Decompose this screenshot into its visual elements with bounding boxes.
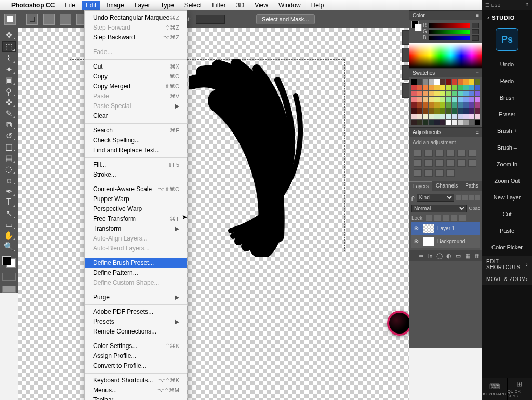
swatch[interactable] xyxy=(423,85,428,90)
swatch[interactable] xyxy=(434,85,440,90)
swatch[interactable] xyxy=(434,108,440,113)
visibility-icon[interactable]: 👁 xyxy=(414,239,420,244)
eraser-tool[interactable]: ◫ xyxy=(2,142,16,152)
swatch[interactable] xyxy=(423,91,428,96)
screen-mode-full-icon[interactable] xyxy=(2,286,16,293)
layer-row[interactable]: 👁Background xyxy=(411,235,480,248)
swatch[interactable] xyxy=(463,91,469,96)
swatch[interactable] xyxy=(440,85,445,90)
menu-item-clear[interactable]: Clear xyxy=(85,111,187,121)
swatch[interactable] xyxy=(475,114,480,119)
swatch[interactable] xyxy=(411,102,417,108)
swatch[interactable] xyxy=(429,79,434,85)
menu-item-search[interactable]: Search⌘F xyxy=(85,126,187,136)
menu-item-copy-merged[interactable]: Copy Merged⇧⌘C xyxy=(85,82,187,91)
swatch[interactable] xyxy=(469,120,474,125)
menu-item-puppet-warp[interactable]: Puppet Warp xyxy=(85,194,187,204)
adjustment-icon[interactable] xyxy=(457,159,466,167)
swatch[interactable] xyxy=(458,85,463,90)
move-zoom-section[interactable]: MOVE & ZOOM› xyxy=(482,273,532,285)
kind-filter-select[interactable]: Kind xyxy=(417,194,454,202)
studio-zoom-out[interactable]: Zoom Out xyxy=(482,172,532,189)
studio-zoom-in[interactable]: Zoom In xyxy=(482,156,532,172)
selection-add-icon[interactable] xyxy=(43,14,55,25)
move-tool[interactable]: ✥ xyxy=(2,30,16,40)
color-spectrum[interactable] xyxy=(409,43,482,68)
menu-item-toolbar[interactable]: Toolbar... xyxy=(85,395,187,400)
swatch[interactable] xyxy=(411,79,417,85)
swatch[interactable] xyxy=(458,91,463,96)
swatch[interactable] xyxy=(446,79,451,85)
swatch[interactable] xyxy=(446,120,451,125)
swatch[interactable] xyxy=(446,114,451,119)
swatch[interactable] xyxy=(440,120,445,125)
r-slider[interactable] xyxy=(429,23,470,28)
studio-brush[interactable]: Brush xyxy=(482,89,532,106)
new-layer-icon[interactable]: ▦ xyxy=(464,252,471,259)
swatch[interactable] xyxy=(452,85,457,90)
b-value[interactable] xyxy=(472,35,479,41)
swatches-panel-header[interactable]: Swatches ≡ xyxy=(409,68,482,77)
menu-item-free-transform[interactable]: Free Transform⌘T xyxy=(85,214,187,224)
tray-icon[interactable] xyxy=(402,48,409,62)
lock-icon[interactable] xyxy=(459,215,466,221)
filter-icon[interactable] xyxy=(462,195,468,200)
marquee-mode-icon[interactable] xyxy=(4,14,16,25)
menu-item-keyboard-shortcuts[interactable]: Keyboard Shortcuts...⌥⇧⌘K xyxy=(85,376,187,385)
menu-item-content-aware-scale[interactable]: Content-Aware Scale⌥⇧⌘C xyxy=(85,184,187,194)
adjustment-icon[interactable] xyxy=(424,169,433,177)
menu-item-adobe-pdf-presets[interactable]: Adobe PDF Presets... xyxy=(85,307,187,317)
adjustments-panel-header[interactable]: Adjustments ≡ xyxy=(409,127,482,137)
menu-item-presets[interactable]: Presets▶ xyxy=(85,317,187,327)
swatch[interactable] xyxy=(452,102,457,108)
select-and-mask-button[interactable]: Select and Mask... xyxy=(256,14,315,24)
gradient-tool[interactable]: ▤ xyxy=(2,153,16,163)
keyboard-tab[interactable]: ⌨KEYBOARD xyxy=(482,378,508,400)
magic-wand-tool[interactable]: ✦ xyxy=(2,64,16,74)
g-value[interactable] xyxy=(472,29,479,34)
swatch[interactable] xyxy=(434,91,440,96)
swatch[interactable] xyxy=(469,97,474,102)
menu-item-define-brush-preset[interactable]: Define Brush Preset... xyxy=(85,258,187,268)
menu-item-stroke[interactable]: Stroke... xyxy=(85,170,187,180)
studio-undo[interactable]: Undo xyxy=(482,56,532,73)
swatch[interactable] xyxy=(411,120,417,125)
panel-menu-icon[interactable]: ≡ xyxy=(476,129,479,135)
foreground-color[interactable] xyxy=(2,256,11,265)
swatch[interactable] xyxy=(446,91,451,96)
swatch[interactable] xyxy=(463,102,469,108)
group-icon[interactable]: ▭ xyxy=(455,252,461,259)
swatch[interactable] xyxy=(423,108,428,113)
hand-tool[interactable]: ✋ xyxy=(2,231,16,241)
swatch[interactable] xyxy=(440,102,445,108)
brush-tool[interactable]: ✎ xyxy=(2,109,16,118)
history-brush-tool[interactable]: ↺ xyxy=(2,131,16,141)
swatch[interactable] xyxy=(475,79,480,85)
adjustment-icon[interactable] xyxy=(414,150,422,157)
swatch[interactable] xyxy=(463,108,469,113)
swatch[interactable] xyxy=(429,108,434,113)
swatch[interactable] xyxy=(411,91,417,96)
swatch[interactable] xyxy=(417,79,422,85)
zoom-tool[interactable]: 🔍 xyxy=(2,242,16,251)
swatch[interactable] xyxy=(475,120,480,125)
swatch[interactable] xyxy=(469,85,474,90)
swatch[interactable] xyxy=(469,102,474,108)
swatch[interactable] xyxy=(452,114,457,119)
swatch[interactable] xyxy=(440,97,445,102)
dodge-tool[interactable]: ☼ xyxy=(2,175,16,185)
menu-item-step-backward[interactable]: Step Backward⌥⌘Z xyxy=(85,33,187,43)
pen-tool[interactable]: ✒ xyxy=(2,186,16,196)
swatch[interactable] xyxy=(458,97,463,102)
quick-keys-tab[interactable]: ⊞QUICK KEYS xyxy=(508,378,533,400)
rectangle-tool[interactable]: ▭ xyxy=(2,220,16,230)
path-select-tool[interactable]: ↖ xyxy=(2,208,16,218)
swatch[interactable] xyxy=(458,102,463,108)
link-icon[interactable]: ⇔ xyxy=(418,252,424,259)
swatch[interactable] xyxy=(446,102,451,108)
filter-icon[interactable] xyxy=(475,195,480,200)
adjustment-icon[interactable] xyxy=(414,159,422,167)
lock-all-icon[interactable] xyxy=(443,215,449,221)
swatch[interactable] xyxy=(423,120,428,125)
g-slider[interactable] xyxy=(429,30,470,34)
